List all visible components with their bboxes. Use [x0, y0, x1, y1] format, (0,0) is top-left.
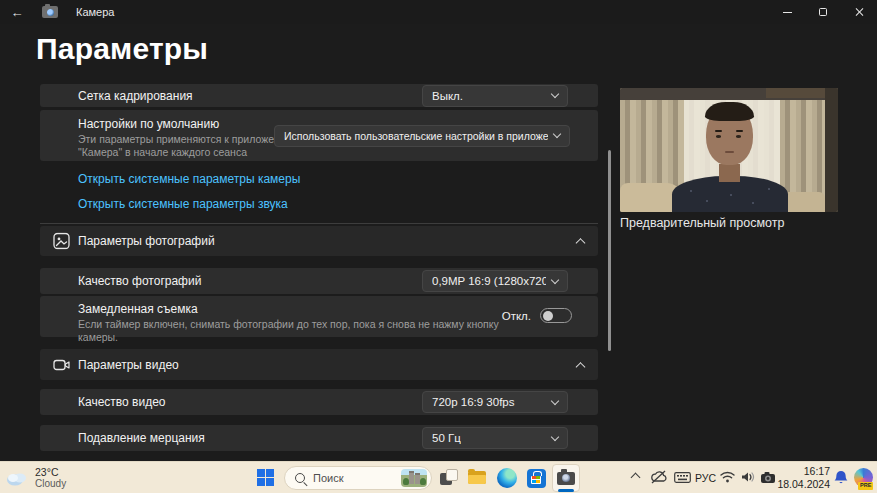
camera-preview-image — [620, 88, 838, 212]
time-lapse-description: Если таймер включен, снимать фотографии … — [78, 318, 523, 343]
chevron-down-icon — [551, 432, 559, 440]
back-icon: ← — [11, 5, 24, 20]
active-app-indicator — [558, 489, 574, 492]
tray-time: 16:17 — [770, 465, 830, 478]
toggle-knob — [543, 311, 553, 321]
weather-widget[interactable]: 23°C Cloudy — [5, 464, 66, 492]
video-quality-dropdown[interactable]: 720p 16:9 30fps — [422, 391, 568, 413]
page-title: Параметры — [36, 32, 208, 66]
touch-keyboard-icon[interactable] — [674, 472, 691, 483]
search-input[interactable]: Поиск — [284, 466, 432, 490]
store-icon — [527, 469, 546, 488]
window-title: Камера — [76, 6, 114, 18]
search-placeholder: Поиск — [313, 472, 401, 484]
open-camera-system-settings-link[interactable]: Открыть системные параметры камеры — [78, 172, 300, 186]
default-settings-dropdown[interactable]: Использовать пользовательские настройки … — [274, 125, 570, 147]
file-explorer-button[interactable] — [465, 466, 489, 490]
maximize-icon — [819, 8, 827, 16]
setting-row-default-settings: Настройки по умолчанию Эти параметры при… — [40, 110, 598, 161]
language-indicator[interactable]: РУС — [695, 472, 716, 484]
weather-condition: Cloudy — [35, 478, 66, 490]
setting-row-time-lapse: Замедленная съемка Если таймер включен, … — [40, 296, 598, 337]
close-icon — [854, 7, 864, 17]
camera-app-window: ← Камера Параметры Сетка кадрирования Вы… — [0, 0, 877, 493]
camera-icon — [557, 472, 575, 485]
tray-date: 18.04.2024 — [770, 478, 830, 491]
framing-grid-value: Выкл. — [432, 90, 463, 102]
time-lapse-text: Замедленная съемка Если таймер включен, … — [78, 302, 523, 343]
start-button[interactable] — [257, 469, 274, 486]
video-quality-value: 720p 16:9 30fps — [432, 396, 515, 408]
chevron-down-icon — [551, 275, 559, 283]
chevron-up-icon — [576, 238, 586, 248]
camera-app-taskbar-button[interactable] — [552, 464, 580, 492]
flicker-reduction-label: Подавление мерцания — [78, 431, 205, 445]
framing-grid-label: Сетка кадрирования — [78, 89, 193, 103]
close-button[interactable] — [841, 0, 877, 24]
framing-grid-dropdown[interactable]: Выкл. — [422, 85, 568, 107]
chevron-up-icon — [576, 362, 586, 372]
photo-section-header[interactable]: Параметры фотографий — [40, 226, 598, 256]
edge-browser-button[interactable] — [495, 466, 519, 490]
time-lapse-label: Замедленная съемка — [78, 302, 523, 316]
window-controls — [769, 0, 877, 24]
flicker-reduction-value: 50 Гц — [432, 432, 461, 444]
system-links: Открыть системные параметры камеры Откры… — [40, 164, 598, 220]
copilot-preview-badge: PRE — [858, 482, 873, 490]
photo-quality-value: 0,9MP 16:9 (1280x720) — [432, 275, 546, 287]
preview-caption: Предварительный просмотр — [620, 216, 784, 230]
chevron-down-icon — [551, 90, 559, 98]
flicker-reduction-dropdown[interactable]: 50 Гц — [422, 427, 568, 449]
search-daily-image — [401, 469, 427, 487]
setting-row-flicker-reduction: Подавление мерцания 50 Гц — [40, 425, 598, 451]
minimize-button[interactable] — [769, 0, 805, 24]
photo-section-title: Параметры фотографий — [78, 234, 215, 248]
video-camera-icon — [53, 356, 70, 373]
photo-quality-label: Качество фотографий — [78, 274, 201, 288]
section-divider — [40, 223, 598, 224]
photo-quality-dropdown[interactable]: 0,9MP 16:9 (1280x720) — [422, 270, 568, 292]
settings-scrollbar[interactable] — [608, 150, 611, 351]
titlebar: ← Камера — [0, 0, 877, 24]
video-section-header[interactable]: Параметры видео — [40, 349, 598, 380]
task-view-button[interactable] — [437, 466, 461, 490]
windows-logo-icon — [257, 469, 265, 477]
video-quality-label: Качество видео — [78, 395, 166, 409]
open-sound-system-settings-link[interactable]: Открыть системные параметры звука — [78, 197, 288, 211]
onedrive-offline-icon[interactable] — [650, 470, 668, 484]
time-lapse-toggle-group: Откл. — [502, 308, 572, 323]
cloud-icon — [5, 470, 30, 486]
camera-app-icon — [42, 6, 58, 18]
notification-bell-icon[interactable] — [834, 470, 848, 485]
microsoft-store-button[interactable] — [524, 466, 548, 490]
time-lapse-state-label: Откл. — [502, 310, 531, 322]
maximize-button[interactable] — [805, 0, 841, 24]
minimize-icon — [783, 12, 792, 13]
wifi-icon[interactable] — [720, 471, 735, 483]
search-icon — [295, 473, 305, 483]
video-section-title: Параметры видео — [78, 358, 179, 372]
time-lapse-toggle[interactable] — [540, 308, 572, 323]
setting-row-video-quality: Качество видео 720p 16:9 30fps — [40, 389, 598, 415]
default-settings-value: Использовать пользовательские настройки … — [284, 130, 548, 142]
weather-temperature: 23°C — [35, 466, 66, 478]
edge-icon — [497, 468, 517, 488]
clock[interactable]: 16:17 18.04.2024 — [770, 465, 830, 491]
setting-row-photo-quality: Качество фотографий 0,9MP 16:9 (1280x720… — [40, 268, 598, 294]
chevron-down-icon — [551, 396, 559, 404]
taskbar: 23°C Cloudy Поиск — [0, 461, 877, 493]
volume-icon[interactable] — [741, 471, 755, 483]
tray-overflow-button[interactable] — [631, 473, 641, 483]
back-button[interactable]: ← — [0, 0, 34, 24]
chevron-down-icon — [553, 130, 561, 138]
setting-row-framing-grid: Сетка кадрирования Выкл. — [40, 84, 598, 107]
photo-icon — [53, 233, 70, 250]
weather-text: 23°C Cloudy — [35, 466, 66, 490]
